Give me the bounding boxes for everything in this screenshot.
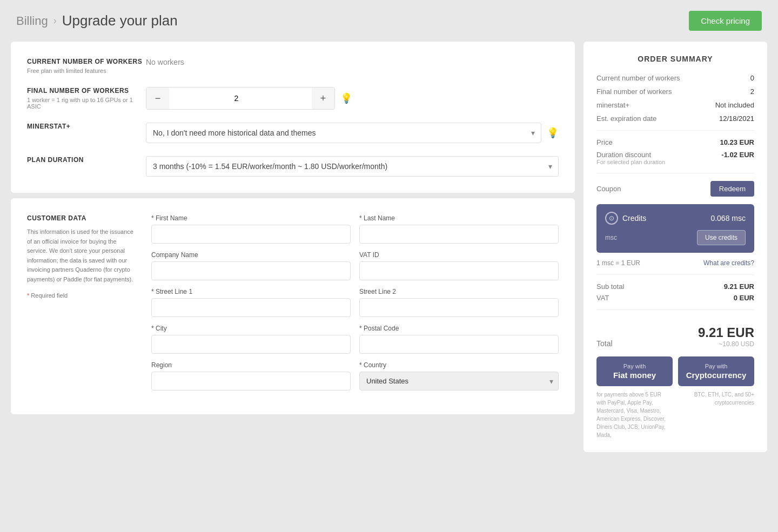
last-name-group: * Last Name	[359, 214, 559, 244]
minerstat-select[interactable]: No, I don't need more historical data an…	[146, 123, 541, 143]
page-title: Upgrade your plan	[62, 12, 178, 29]
customer-form: * First Name * Last Name Company Name	[151, 214, 559, 398]
required-star: *	[27, 292, 29, 299]
redeem-button[interactable]: Redeem	[710, 181, 754, 197]
street-line2-group: Street Line 2	[359, 288, 559, 317]
customer-description: This information is used for the issuanc…	[27, 227, 135, 285]
right-panel: ORDER SUMMARY Current number of workers …	[584, 42, 767, 452]
customer-info: CUSTOMER DATA This information is used f…	[27, 214, 135, 398]
total-value-group: 9.21 EUR ~10.80 USD	[698, 325, 754, 348]
name-row: * First Name * Last Name	[151, 214, 559, 244]
pay-fiat-button[interactable]: Pay with Fiat money	[596, 356, 673, 386]
minerstat-content: No, I don't need more historical data an…	[146, 123, 559, 143]
summary-current-workers-value: 0	[750, 74, 754, 82]
credits-rate-label: 1 msc = 1 EUR	[596, 259, 640, 267]
check-pricing-button[interactable]: Check pricing	[689, 11, 762, 31]
stepper-minus-button[interactable]: −	[146, 87, 169, 109]
what-credits-link[interactable]: What are credits?	[703, 259, 754, 267]
summary-current-workers: Current number of workers 0	[596, 74, 754, 82]
final-workers-content: − + 💡	[146, 87, 559, 110]
final-workers-section: FINAL NUMBER OF WORKERS 1 worker = 1 rig…	[27, 87, 559, 110]
city-postal-row: * City * Postal Code	[151, 325, 559, 354]
current-workers-content: No workers	[146, 58, 559, 66]
billing-link[interactable]: Billing	[16, 14, 48, 28]
vat-row: VAT 0 EUR	[596, 294, 754, 302]
final-workers-sub: 1 worker = 1 rig with up to 16 GPUs or 1…	[27, 97, 146, 110]
credits-top: ⊙ Credits 0.068 msc	[605, 212, 746, 225]
pay-crypto-button[interactable]: Pay with Cryptocurrency	[678, 356, 754, 386]
order-summary-title: ORDER SUMMARY	[596, 55, 754, 63]
vat-id-label: VAT ID	[359, 251, 559, 259]
region-input[interactable]	[151, 372, 351, 390]
vat-label: VAT	[596, 294, 609, 302]
country-select[interactable]: United States	[359, 372, 559, 390]
plan-duration-label-group: PLAN DURATION	[27, 156, 146, 166]
first-name-group: * First Name	[151, 214, 351, 244]
credits-icon: ⊙	[605, 212, 618, 225]
first-name-input[interactable]	[151, 225, 351, 244]
coupon-row: Coupon Redeem	[596, 181, 754, 197]
summary-final-workers: Final number of workers 2	[596, 87, 754, 96]
stepper-row: − + 💡	[146, 87, 559, 110]
minerstat-info-icon[interactable]: 💡	[547, 127, 559, 139]
postal-code-group: * Postal Code	[359, 325, 559, 354]
credits-box: ⊙ Credits 0.068 msc msc Use credits	[596, 204, 754, 253]
price-label: Price	[596, 138, 613, 146]
final-workers-label-group: FINAL NUMBER OF WORKERS 1 worker = 1 rig…	[27, 87, 146, 110]
minerstat-row: No, I don't need more historical data an…	[146, 123, 559, 143]
vat-id-input[interactable]	[359, 261, 559, 280]
plan-duration-title: PLAN DURATION	[27, 156, 146, 164]
stepper-input[interactable]	[169, 87, 312, 109]
payment-footer: for payments above 5 EUR with PayPal, Ap…	[596, 390, 754, 439]
company-name-group: Company Name	[151, 251, 351, 280]
pay-with-fiat-label: Pay with	[623, 363, 646, 369]
divider-3	[596, 274, 754, 275]
required-field-note: * Required field	[27, 291, 135, 301]
subtotal-row: Sub total 9.21 EUR	[596, 282, 754, 291]
workers-stepper: − +	[146, 87, 335, 110]
total-eur: 9.21 EUR	[698, 325, 754, 340]
street-line2-input[interactable]	[359, 298, 559, 317]
credits-bottom: msc Use credits	[605, 230, 746, 245]
minerstat-title: MINERSTAT+	[27, 123, 146, 130]
price-row: Price 10.23 EUR	[596, 138, 754, 146]
use-credits-button[interactable]: Use credits	[697, 230, 746, 245]
pay-with-crypto-label: Pay with	[705, 363, 728, 369]
crypto-method-label: Cryptocurrency	[686, 371, 747, 380]
plan-card: CURRENT NUMBER OF WORKERS Free plan with…	[11, 42, 575, 193]
plan-duration-content: 3 months (-10% = 1.54 EUR/worker/month ~…	[146, 156, 559, 177]
summary-final-workers-value: 2	[750, 87, 754, 96]
breadcrumb-separator: ›	[53, 15, 57, 26]
minerstat-section: MINERSTAT+ No, I don't need more histori…	[27, 123, 559, 143]
total-usd: ~10.80 USD	[698, 340, 754, 348]
credits-value: 0.068 msc	[710, 214, 746, 223]
plan-duration-select-wrap: 3 months (-10% = 1.54 EUR/worker/month ~…	[146, 156, 559, 177]
page-header: Billing › Upgrade your plan Check pricin…	[0, 0, 778, 42]
street-row: * Street Line 1 Street Line 2	[151, 288, 559, 317]
stepper-plus-button[interactable]: +	[312, 87, 334, 109]
discount-value: -1.02 EUR	[721, 151, 754, 159]
vat-id-group: VAT ID	[359, 251, 559, 280]
workers-info-icon[interactable]: 💡	[340, 92, 352, 104]
country-select-wrap: United States	[359, 372, 559, 390]
last-name-input[interactable]	[359, 225, 559, 244]
current-workers-section: CURRENT NUMBER OF WORKERS Free plan with…	[27, 58, 559, 74]
city-input[interactable]	[151, 335, 351, 354]
postal-code-label: * Postal Code	[359, 325, 559, 332]
postal-code-input[interactable]	[359, 335, 559, 354]
breadcrumb: Billing › Upgrade your plan	[16, 12, 178, 29]
discount-sub: For selected plan duration	[596, 159, 665, 165]
company-name-input[interactable]	[151, 261, 351, 280]
street-line1-input[interactable]	[151, 298, 351, 317]
plan-duration-section: PLAN DURATION 3 months (-10% = 1.54 EUR/…	[27, 156, 559, 177]
discount-row: Duration discount For selected plan dura…	[596, 151, 754, 165]
fiat-footer: for payments above 5 EUR with PayPal, Ap…	[596, 390, 671, 439]
last-name-label: * Last Name	[359, 214, 559, 222]
plan-duration-select[interactable]: 3 months (-10% = 1.54 EUR/worker/month ~…	[146, 156, 559, 177]
credits-rate-row: 1 msc = 1 EUR What are credits?	[596, 259, 754, 267]
city-group: * City	[151, 325, 351, 354]
street-line2-label: Street Line 2	[359, 288, 559, 295]
final-workers-title: FINAL NUMBER OF WORKERS	[27, 87, 146, 95]
summary-minerstat-value: Not included	[715, 101, 754, 109]
summary-expiration-value: 12/18/2021	[719, 115, 754, 123]
